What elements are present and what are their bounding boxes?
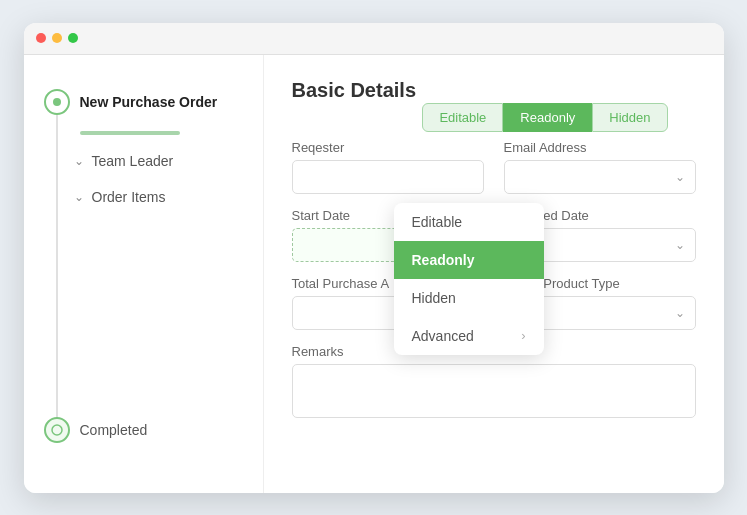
label-reqester: Reqester: [292, 140, 484, 155]
browser-window: New Purchase Order ⌄ Team Leader ⌄ Order…: [24, 23, 724, 493]
label-email-address: Email Address: [504, 140, 696, 155]
sidebar-label-completed: Completed: [80, 422, 148, 438]
page-title: Basic Details: [292, 79, 417, 102]
sidebar-label-team-leader: Team Leader: [92, 153, 174, 169]
dropdown-item-editable[interactable]: Editable: [394, 203, 544, 241]
svg-point-0: [53, 98, 61, 106]
toggle-readonly[interactable]: Readonly: [503, 103, 592, 132]
field-email-address: Email Address ⌄: [504, 140, 696, 194]
sidebar-item-order-items[interactable]: ⌄ Order Items: [24, 179, 263, 215]
toggle-editable[interactable]: Editable: [422, 103, 503, 132]
dropdown-label-advanced: Advanced: [412, 328, 474, 344]
dropdown-label-hidden: Hidden: [412, 290, 456, 306]
sidebar: New Purchase Order ⌄ Team Leader ⌄ Order…: [24, 55, 264, 493]
select-email-address[interactable]: ⌄: [504, 160, 696, 194]
chevron-down-icon-product: ⌄: [675, 306, 685, 320]
minimize-dot[interactable]: [52, 33, 62, 43]
sidebar-item-completed[interactable]: Completed: [24, 403, 263, 457]
chevron-order-items: ⌄: [74, 190, 84, 204]
dropdown-label-editable: Editable: [412, 214, 463, 230]
field-reqester: Reqester: [292, 140, 484, 194]
sidebar-item-team-leader[interactable]: ⌄ Team Leader: [24, 143, 263, 179]
chevron-team-leader: ⌄: [74, 154, 84, 168]
browser-content: New Purchase Order ⌄ Team Leader ⌄ Order…: [24, 55, 724, 493]
expand-dot[interactable]: [68, 33, 78, 43]
svg-point-1: [52, 425, 62, 435]
chevron-down-icon-received: ⌄: [675, 238, 685, 252]
sidebar-progress-bar: [80, 131, 180, 135]
input-reqester[interactable]: [292, 160, 484, 194]
dropdown-item-advanced[interactable]: Advanced ›: [394, 317, 544, 355]
dropdown-menu: Editable Readonly Hidden Advanced ›: [394, 203, 544, 355]
toggle-hidden[interactable]: Hidden: [592, 103, 667, 132]
dropdown-item-readonly[interactable]: Readonly: [394, 241, 544, 279]
main-content: Basic Details Editable Readonly Hidden R…: [264, 55, 724, 493]
dropdown-item-hidden[interactable]: Hidden: [394, 279, 544, 317]
toggle-group: Editable Readonly Hidden: [422, 103, 667, 132]
chevron-down-icon: ⌄: [675, 170, 685, 184]
close-dot[interactable]: [36, 33, 46, 43]
sidebar-item-new-purchase-order[interactable]: New Purchase Order: [24, 75, 263, 129]
sidebar-label-order-items: Order Items: [92, 189, 166, 205]
connector-line: [56, 115, 58, 433]
textarea-remarks[interactable]: [292, 364, 696, 418]
field-remarks: Remarks: [292, 344, 696, 418]
step-circle-completed: [44, 417, 70, 443]
sidebar-label-new-po: New Purchase Order: [80, 94, 218, 110]
step-circle-new-po: [44, 89, 70, 115]
dropdown-label-readonly: Readonly: [412, 252, 475, 268]
chevron-right-icon: ›: [521, 328, 525, 343]
browser-bar: [24, 23, 724, 55]
